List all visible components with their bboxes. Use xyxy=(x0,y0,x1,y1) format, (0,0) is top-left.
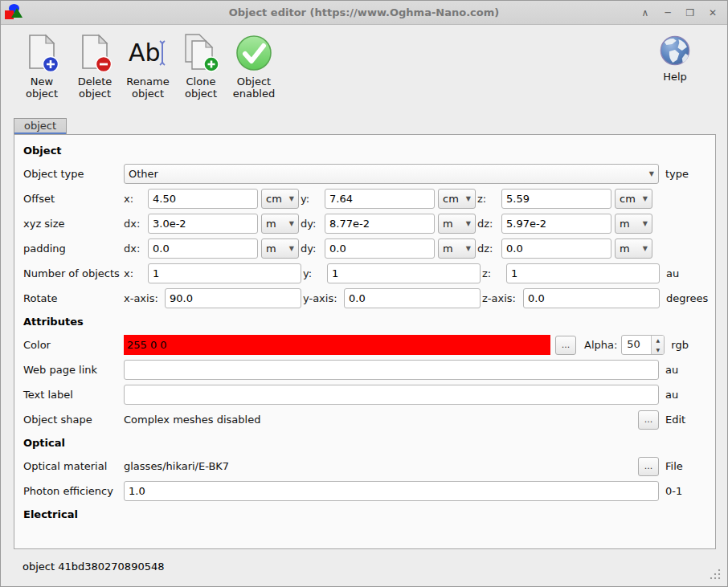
padding-dz-input[interactable] xyxy=(501,238,611,259)
padding-dx-input[interactable] xyxy=(148,238,258,259)
rotate-label: Rotate xyxy=(23,292,124,304)
axis-label: dz: xyxy=(477,218,501,230)
web-page-link-row: Web page link au xyxy=(14,357,715,382)
xyz-size-label: xyz size xyxy=(23,218,124,230)
status-text: object 41bd380270890548 xyxy=(22,561,165,573)
xyz-size-row: xyz size dx: m ▼ dy: m ▼ dz: m ▼ xyxy=(14,211,715,236)
color-label: Color xyxy=(23,339,124,351)
resize-grip-icon[interactable] xyxy=(709,569,721,581)
photon-efficiency-input[interactable] xyxy=(124,481,659,501)
text-label-unit: au xyxy=(665,389,678,401)
offset-y-unit-select[interactable]: cm ▼ xyxy=(438,189,476,209)
axis-label: x-axis: xyxy=(124,292,165,304)
web-page-link-input[interactable] xyxy=(124,360,659,380)
count-x-input[interactable] xyxy=(148,263,301,283)
size-dz-input[interactable] xyxy=(501,214,611,234)
axis-label: dy: xyxy=(301,218,325,230)
padding-dy-input[interactable] xyxy=(325,238,435,259)
web-page-link-label: Web page link xyxy=(23,364,124,376)
chevron-down-icon: ▼ xyxy=(643,195,648,202)
object-shape-value: Complex meshes disabled xyxy=(124,414,260,426)
object-enabled-label: Object enabled xyxy=(227,75,280,100)
offset-x-input[interactable] xyxy=(148,189,258,209)
spin-up-icon[interactable]: ▲ xyxy=(652,336,664,345)
optical-material-browse-button[interactable]: ... xyxy=(638,457,659,476)
color-browse-button[interactable]: ... xyxy=(555,336,576,355)
section-optical: Optical xyxy=(14,432,715,454)
object-enabled-toggle[interactable]: Object enabled xyxy=(227,33,280,116)
clone-documents-icon xyxy=(181,33,221,73)
photon-efficiency-unit: 0-1 xyxy=(665,485,682,497)
size-dz-unit-select[interactable]: m ▼ xyxy=(615,214,652,234)
axis-label: x: xyxy=(124,193,148,205)
axis-label: y: xyxy=(301,193,325,205)
clone-object-button[interactable]: Clone object xyxy=(174,33,227,116)
unit-value: m xyxy=(266,243,276,255)
size-dy-input[interactable] xyxy=(325,214,435,234)
enabled-check-icon xyxy=(234,33,274,73)
padding-dz-unit-select[interactable]: m ▼ xyxy=(615,238,652,259)
offset-z-input[interactable] xyxy=(501,189,611,209)
size-dx-input[interactable] xyxy=(148,214,258,234)
axis-label: x: xyxy=(124,267,148,279)
size-dy-unit-select[interactable]: m ▼ xyxy=(438,214,476,234)
svg-text:Ab: Ab xyxy=(129,39,161,67)
count-y-input[interactable] xyxy=(327,263,481,283)
chevron-down-icon: ▼ xyxy=(466,220,471,227)
minimize-button[interactable]: ─ xyxy=(661,7,674,18)
offset-z-unit-select[interactable]: cm ▼ xyxy=(615,189,652,209)
color-unit: rgb xyxy=(671,339,689,351)
padding-dx-unit-select[interactable]: m ▼ xyxy=(261,238,299,259)
object-type-select[interactable]: Other ▼ xyxy=(124,164,659,184)
offset-x-unit-select[interactable]: cm ▼ xyxy=(261,189,299,209)
chevron-down-icon: ▼ xyxy=(466,195,471,202)
axis-label: dx: xyxy=(124,243,148,255)
number-of-objects-label: Number of objects xyxy=(23,267,124,279)
spin-down-icon[interactable]: ▼ xyxy=(652,345,664,355)
maximize-button[interactable]: ❒ xyxy=(684,7,697,18)
axis-label: z-axis: xyxy=(482,292,523,304)
axis-label: z: xyxy=(482,267,506,279)
help-globe-icon xyxy=(657,33,693,68)
chevron-down-icon: ▼ xyxy=(466,245,471,252)
count-unit: au xyxy=(666,267,679,279)
padding-label: padding xyxy=(23,243,124,255)
new-object-button[interactable]: New object xyxy=(15,33,68,116)
tab-object[interactable]: object xyxy=(14,118,67,135)
padding-dy-unit-select[interactable]: m ▼ xyxy=(438,238,476,259)
rename-object-button[interactable]: Ab Rename object xyxy=(121,33,174,116)
chevron-down-icon: ▼ xyxy=(289,245,294,252)
chevron-down-icon: ▼ xyxy=(289,195,294,202)
offset-y-input[interactable] xyxy=(325,189,435,209)
text-label-row: Text label au xyxy=(14,382,715,407)
web-page-link-unit: au xyxy=(665,364,678,376)
color-swatch: 255 0 0 xyxy=(124,335,550,355)
section-object: Object xyxy=(14,140,715,161)
offset-row: Offset x: cm ▼ y: cm ▼ z: cm ▼ xyxy=(14,186,715,211)
text-label-input[interactable] xyxy=(124,385,659,405)
unit-value: m xyxy=(620,218,630,230)
optical-material-unit: File xyxy=(665,460,683,472)
rotate-x-input[interactable] xyxy=(165,288,301,308)
rotate-z-input[interactable] xyxy=(523,288,660,308)
section-attributes: Attributes xyxy=(14,311,715,332)
count-z-input[interactable] xyxy=(506,263,660,283)
section-electrical: Electrical xyxy=(14,503,715,525)
unit-value: m xyxy=(443,218,453,230)
help-button[interactable]: Help xyxy=(648,33,701,116)
alpha-label: Alpha: xyxy=(584,339,617,351)
rename-text-cursor-icon: Ab xyxy=(128,33,168,73)
object-shape-edit-button[interactable]: ... xyxy=(638,410,659,430)
rotate-row: Rotate x-axis: y-axis: z-axis: degrees xyxy=(14,286,715,311)
optical-material-row: Optical material glasses/hikari/E-BK7 ..… xyxy=(14,454,715,479)
alpha-spinbox[interactable]: 50 ▲ ▼ xyxy=(621,335,665,355)
delete-object-button[interactable]: Delete object xyxy=(68,33,121,116)
close-button[interactable]: ✕ xyxy=(706,7,719,18)
object-shape-label: Object shape xyxy=(23,414,124,426)
shade-button[interactable]: ∧ xyxy=(639,7,652,18)
delete-document-icon xyxy=(75,33,115,73)
rotate-y-input[interactable] xyxy=(344,288,481,308)
size-dx-unit-select[interactable]: m ▼ xyxy=(261,214,299,234)
rotate-unit: degrees xyxy=(666,292,708,304)
unit-value: m xyxy=(266,218,276,230)
